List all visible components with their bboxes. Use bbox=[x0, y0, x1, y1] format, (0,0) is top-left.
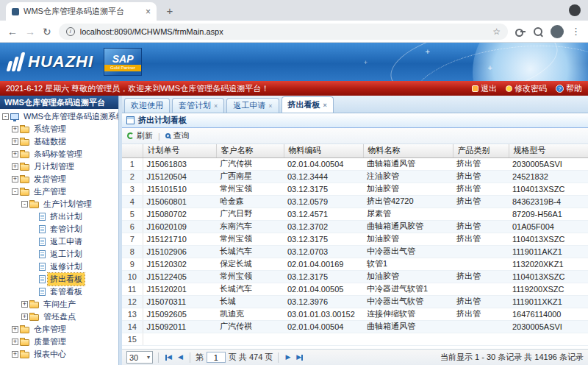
tree-item[interactable]: 挤出计划 bbox=[0, 210, 118, 223]
tree-node-icon bbox=[39, 225, 46, 233]
grid-toolbar: 刷新 | 查询 bbox=[122, 128, 588, 144]
grid-header-cell[interactable]: 计划单号 bbox=[143, 144, 216, 157]
tree-item[interactable]: + 发货管理 bbox=[0, 173, 118, 185]
tree-item[interactable]: + 系统管理 bbox=[0, 123, 118, 135]
tree-expander-icon[interactable]: + bbox=[12, 138, 18, 145]
browser-avatar[interactable] bbox=[551, 25, 564, 38]
change-password-button[interactable]: 修改密码 bbox=[506, 83, 547, 94]
tree-item[interactable]: 套管计划 bbox=[0, 223, 118, 235]
reload-icon[interactable]: ↻ bbox=[43, 26, 51, 37]
search-button[interactable]: 查询 bbox=[165, 130, 190, 141]
tree-expander-icon[interactable]: - bbox=[12, 188, 18, 195]
tree-expander-icon[interactable]: - bbox=[2, 113, 9, 120]
tree-expander-icon[interactable]: + bbox=[12, 351, 18, 358]
table-row[interactable]: 13J15092605凯迪克03.01.01.03.00152连接伸缩软管挤出管… bbox=[122, 308, 588, 320]
grid-header-cell[interactable]: 客户名称 bbox=[216, 144, 284, 157]
tree-expander-icon[interactable]: + bbox=[21, 301, 28, 308]
tree-label: 挤出计划 bbox=[48, 210, 85, 223]
key-icon[interactable] bbox=[515, 26, 526, 37]
tree-label: 发货管理 bbox=[32, 173, 68, 185]
table-row[interactable]: 8J15102906长城汽车03.12.0703中冷器出气管1119011AKZ… bbox=[122, 245, 588, 258]
table-row[interactable]: 12J15070311长城03.12.3976中冷器出气软管挤出管1119011… bbox=[122, 295, 588, 308]
bookmark-star-icon[interactable]: ☆ bbox=[492, 26, 501, 37]
table-row[interactable]: 15 bbox=[122, 333, 588, 345]
tree-expander-icon[interactable]: - bbox=[21, 201, 28, 208]
table-row[interactable]: 9J15120302保定长城02.01.04.00169软管11132020XK… bbox=[122, 258, 588, 270]
tree-expander-icon[interactable]: + bbox=[21, 313, 28, 320]
grid-cell: J16020109 bbox=[143, 220, 216, 233]
page-count-label: 页 共 474 页 bbox=[229, 352, 273, 363]
browser-tab[interactable]: WMS仓库管理条码追溯平台 × bbox=[6, 2, 157, 21]
browser-tab-close-icon[interactable]: × bbox=[146, 7, 151, 17]
next-page-button[interactable]: ▶ bbox=[284, 354, 292, 361]
content-tab[interactable]: 欢迎使用 × bbox=[124, 98, 170, 113]
grid-header-cell[interactable]: 产品类别 bbox=[453, 144, 509, 157]
content-tab[interactable]: 套管计划 × bbox=[172, 98, 224, 113]
tree-item[interactable]: 挤出看板 bbox=[0, 273, 118, 286]
table-row[interactable]: 10J15122405常州宝领03.12.3175加油胶管挤出管1104013X… bbox=[122, 270, 588, 283]
table-row[interactable]: 3J15101510常州宝领03.12.3175加油胶管挤出管1104013XS… bbox=[122, 182, 588, 195]
tree-expander-icon[interactable]: + bbox=[12, 151, 18, 157]
kanban-icon bbox=[126, 116, 135, 124]
prev-page-button[interactable]: ◀ bbox=[176, 354, 184, 361]
logout-button[interactable]: 退出 bbox=[472, 83, 497, 94]
tab-close-icon[interactable]: × bbox=[214, 102, 218, 110]
last-page-button[interactable]: ▶ bbox=[295, 354, 304, 361]
tree-node-icon bbox=[29, 314, 39, 321]
tree-expander-icon[interactable]: + bbox=[12, 326, 18, 333]
tab-close-icon[interactable]: × bbox=[323, 102, 327, 109]
table-row[interactable]: 5J15080702广汽日野03.12.4571尿素管87209-H56A1 bbox=[122, 208, 588, 220]
tree-expander-icon[interactable]: + bbox=[12, 339, 18, 345]
tree-item[interactable]: + 仓库管理 bbox=[0, 323, 118, 336]
zoom-icon[interactable] bbox=[533, 26, 543, 37]
tab-close-icon[interactable]: × bbox=[268, 102, 272, 110]
help-button[interactable]: ?帮助 bbox=[556, 83, 582, 94]
tree-item[interactable]: - WMS仓库管理条码追溯系统 bbox=[0, 110, 118, 123]
tree-item[interactable]: 返修计划 bbox=[0, 261, 118, 273]
browser-profile-avatar[interactable] bbox=[569, 4, 581, 16]
table-row[interactable]: 6J16020109东南汽车03.12.3702曲轴箱通风胶管挤出管01A05F… bbox=[122, 220, 588, 233]
tree-item[interactable]: + 条码标签管理 bbox=[0, 148, 118, 160]
grid-header-cell[interactable]: 物料编码 bbox=[284, 144, 363, 157]
tree-item[interactable]: - 生产计划管理 bbox=[0, 198, 118, 210]
table-row[interactable]: 2J15120504广西南星03.12.3444注油胶管挤出管24521832 bbox=[122, 170, 588, 182]
tree-item[interactable]: + 基础数据 bbox=[0, 135, 118, 148]
tree-item[interactable]: + 车间生产 bbox=[0, 298, 118, 311]
toolbar-separator: | bbox=[158, 132, 160, 141]
grid-cell: 广西南星 bbox=[216, 170, 284, 182]
first-page-button[interactable]: ◀ bbox=[164, 354, 173, 361]
tree-item[interactable]: - 生产管理 bbox=[0, 185, 118, 198]
tree-item[interactable]: 返工计划 bbox=[0, 248, 118, 261]
page-number-input[interactable] bbox=[207, 352, 226, 363]
content-tab[interactable]: 返工申请 × bbox=[226, 98, 279, 113]
row-number-cell: 15 bbox=[122, 333, 143, 345]
tree-item[interactable]: + 质量管理 bbox=[0, 336, 118, 348]
refresh-button[interactable]: 刷新 bbox=[127, 130, 153, 141]
tree-node-icon bbox=[29, 302, 39, 308]
tree-item[interactable]: + 报表中心 bbox=[0, 348, 118, 361]
info-icon[interactable]: i bbox=[66, 27, 75, 36]
tree-item[interactable]: + 月计划管理 bbox=[0, 160, 118, 173]
url-bar[interactable]: i localhost:8090/MCHWMS/frmMain.aspx ☆ bbox=[59, 24, 508, 40]
table-row[interactable]: 11J15120201长城汽车02.01.04.00505中冷器进气软管1111… bbox=[122, 283, 588, 295]
grid-cell: 挤出管 bbox=[453, 295, 509, 308]
new-tab-button[interactable]: + bbox=[161, 1, 179, 19]
tree-expander-icon[interactable]: + bbox=[12, 126, 18, 132]
row-number-cell: 6 bbox=[122, 220, 143, 233]
back-icon[interactable]: ← bbox=[7, 26, 18, 37]
table-row[interactable]: 4J15060801哈金森03.12.0579挤出管42720挤出管843623… bbox=[122, 195, 588, 208]
forward-icon[interactable]: → bbox=[25, 26, 35, 37]
table-row[interactable]: 14J15092011广汽传祺02.01.04.00504曲轴箱通风管20300… bbox=[122, 320, 588, 333]
browser-menu-icon[interactable]: ⋮ bbox=[571, 26, 581, 37]
table-row[interactable]: 7J15121710常州宝领03.12.3175加油胶管挤出管1104013XS… bbox=[122, 233, 588, 245]
page-size-select[interactable]: 30 ▾ bbox=[126, 351, 153, 364]
grid-header-cell[interactable]: 物料名称 bbox=[363, 144, 453, 157]
tree-expander-icon[interactable]: + bbox=[12, 163, 18, 170]
table-row[interactable]: 1J15061803广汽传祺02.01.04.00504曲轴箱通风管挤出管203… bbox=[122, 157, 588, 170]
grid-header-cell[interactable]: 规格型号 bbox=[509, 144, 588, 157]
content-tab[interactable]: 挤出看板 × bbox=[282, 96, 334, 113]
tree-expander-icon[interactable]: + bbox=[12, 176, 18, 182]
tree-item[interactable]: 返工申请 bbox=[0, 235, 118, 248]
tree-item[interactable]: 套管看板 bbox=[0, 286, 118, 298]
tree-item[interactable]: + 管坯盘点 bbox=[0, 311, 118, 323]
